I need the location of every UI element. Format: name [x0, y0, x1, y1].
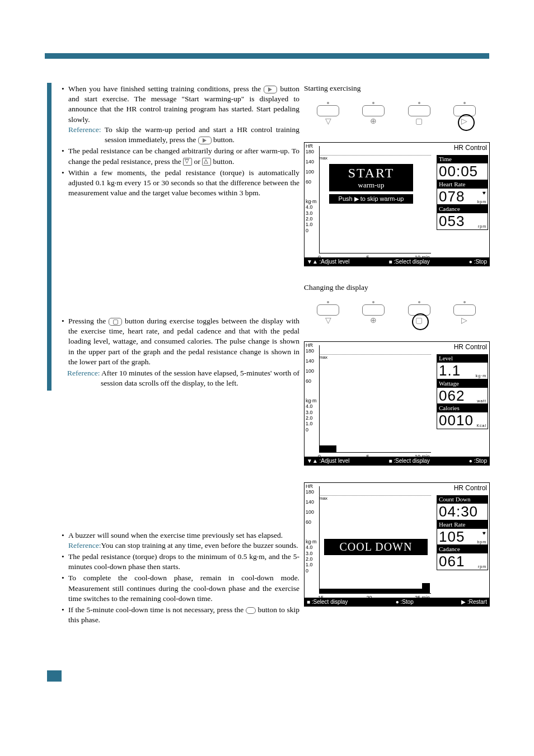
countdown-label: Count Down: [437, 495, 488, 503]
heart-icon: ♥: [483, 190, 486, 196]
device-panel-cooldown: HR18014010060 kg·m4.03.02.01.00 max COOL…: [304, 482, 489, 607]
btn-square[interactable]: ▢: [407, 301, 431, 329]
lcd-screen: HR18014010060 kg·m4.03.02.01.00 max 0510…: [304, 341, 490, 466]
footer-hints: ▼▲ :Adjust level■ :Select display● :Stop: [305, 257, 489, 266]
play-icon: [264, 86, 277, 93]
up-icon: [202, 158, 211, 166]
cadence-value: 061rpm: [437, 553, 488, 570]
mode-label: HR Control: [437, 343, 488, 351]
square-icon: [109, 318, 122, 326]
reference: Reference: After 10 minutes of the sessi…: [62, 368, 299, 388]
bullet: The pedal resistance can be changed arbi…: [62, 146, 299, 166]
hr-value: 105♥bpm: [437, 528, 488, 546]
play-icon: [198, 137, 212, 144]
cooldown-banner: COOL DOWN: [324, 539, 428, 555]
bullet: To complete the cool-down phase, remain …: [62, 573, 299, 604]
time-value: 00:05: [437, 163, 488, 180]
countdown-value: 04:30: [437, 503, 488, 520]
calories-value: 0010Kcal: [437, 412, 488, 429]
bullet: Within a few moments, the pedal resistan…: [62, 168, 299, 199]
start-banner: START warm-up: [329, 164, 413, 191]
lcd-screen: HR18014010060 kg·m4.03.02.01.00 max 0510…: [304, 142, 490, 266]
hr-label: Heart Rate: [437, 180, 488, 188]
page-mark: [47, 670, 62, 682]
heart-icon: ♥: [483, 530, 486, 536]
bullet: When you have finished setting training …: [62, 84, 299, 145]
section-changing: Pressing the button during exercise togg…: [45, 316, 299, 389]
down-icon: [183, 158, 192, 166]
bullet: The pedal resistance (torque) drops to t…: [62, 552, 299, 572]
btn-down[interactable]: ▽: [316, 301, 340, 329]
bullet: A buzzer will sound when the exercise ti…: [62, 530, 299, 551]
level-value: 1.1kg·m: [437, 362, 488, 379]
caption-starting: Starting exercising: [304, 84, 489, 93]
cadence-label: Cadance: [437, 205, 488, 213]
hr-label: Heart Rate: [437, 520, 488, 528]
btn-down[interactable]: ▽: [316, 102, 340, 130]
mode-label: HR Control: [437, 144, 488, 152]
btn-play[interactable]: ▷: [453, 301, 476, 329]
btn-play[interactable]: ▷: [453, 102, 476, 130]
section-starting: When you have finished setting training …: [45, 84, 299, 252]
level-label: Level: [437, 354, 488, 362]
btn-up[interactable]: ⊕: [362, 301, 385, 329]
oval-icon: [246, 607, 256, 614]
calories-label: Calories: [437, 404, 488, 412]
footer-hints: ▼▲ :Adjust level■ :Select display● :Stop: [305, 457, 489, 465]
device-panel-start: ▽ ⊕ ▢ ▷ HR18014010060 kg·m4.03.02.01.00 …: [304, 97, 489, 266]
lcd-screen: HR18014010060 kg·m4.03.02.01.00 max COOL…: [304, 482, 490, 607]
btn-up[interactable]: ⊕: [362, 102, 385, 130]
hr-value: 078♥bpm: [437, 188, 488, 205]
caption-changing: Changing the display: [304, 283, 489, 292]
time-label: Time: [437, 155, 488, 163]
bullet: Pressing the button during exercise togg…: [62, 316, 299, 367]
mode-label: HR Control: [437, 484, 488, 492]
footer-hints: ■ :Select display● :Stop▶ :Restart: [305, 598, 489, 606]
section-cooldown: A buzzer will sound when the exercise ti…: [45, 530, 299, 626]
wattage-label: Wattage: [437, 379, 488, 387]
push-banner: Push ▶ to skip warm-up: [329, 194, 413, 204]
cadence-value: 053rpm: [437, 213, 488, 230]
device-panel-change: ▽ ⊕ ▢ ▷ HR18014010060 kg·m4.03.02.01.00 …: [304, 297, 489, 466]
reference-label: Reference:: [68, 125, 101, 134]
bullet: If the 5-minute cool-down time is not ne…: [62, 605, 299, 625]
btn-square[interactable]: ▢: [407, 102, 431, 130]
cadence-label: Cadance: [437, 545, 488, 553]
wattage-value: 062watt: [437, 387, 488, 405]
